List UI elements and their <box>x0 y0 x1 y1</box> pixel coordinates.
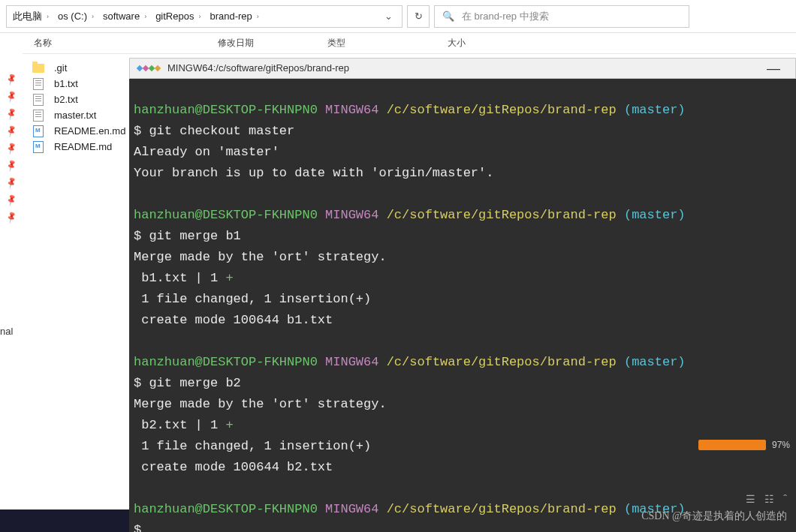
pin-column: 📌 📌 📌 📌 📌 📌 📌 📌 📌 <box>0 33 23 509</box>
search-icon: 🔍 <box>442 11 454 22</box>
view-icon[interactable]: ☷ <box>764 493 774 505</box>
pin-icon[interactable]: 📌 <box>5 193 19 206</box>
col-type[interactable]: 类型 <box>327 37 448 50</box>
md-icon <box>23 141 54 153</box>
pin-icon[interactable]: 📌 <box>5 158 19 172</box>
refresh-button[interactable]: ↻ <box>407 5 430 28</box>
pin-icon[interactable]: 📌 <box>5 176 19 189</box>
pin-icon[interactable]: 📌 <box>5 89 19 103</box>
pin-icon[interactable]: 📌 <box>5 141 19 155</box>
watermark: CSDN @奇迹是执着的人创造的 <box>641 509 787 523</box>
chevron-up-icon[interactable]: ˆ <box>783 493 787 505</box>
breadcrumb-seg[interactable]: 此电脑› <box>10 10 52 23</box>
breadcrumb-seg[interactable]: software› <box>100 11 149 22</box>
col-date[interactable]: 修改日期 <box>218 37 327 50</box>
grid-icon[interactable]: ☰ <box>746 493 755 505</box>
corner-icons: ☰ ☷ ˆ <box>746 493 787 505</box>
column-headers[interactable]: 名称 修改日期 类型 大小 <box>23 33 796 54</box>
mingw-logo-icon <box>137 66 160 71</box>
txt-icon <box>23 94 54 106</box>
terminal-body[interactable]: hanzhuan@DESKTOP-FKHNPN0 MINGW64 /c/soft… <box>129 79 796 532</box>
breadcrumb-dropdown-icon[interactable]: ⌄ <box>378 11 399 22</box>
terminal-titlebar[interactable]: MINGW64:/c/software/gitRepos/brand-rep — <box>129 58 796 79</box>
pin-icon[interactable]: 📌 <box>5 124 19 137</box>
terminal-title: MINGW64:/c/software/gitRepos/brand-rep <box>167 58 349 79</box>
pin-icon[interactable]: 📌 <box>5 72 19 86</box>
terminal-window[interactable]: MINGW64:/c/software/gitRepos/brand-rep —… <box>129 58 796 532</box>
md-icon <box>23 125 54 137</box>
progress-percent: 97% <box>772 440 790 450</box>
col-size[interactable]: 大小 <box>448 37 515 50</box>
folder-icon <box>23 64 54 73</box>
toolbar: 此电脑› os (C:)› software› gitRepos› brand-… <box>0 0 796 33</box>
progress-bar <box>698 440 766 450</box>
search-placeholder: 在 brand-rep 中搜索 <box>462 10 549 23</box>
breadcrumb-seg[interactable]: os (C:)› <box>55 11 97 22</box>
pin-icon[interactable]: 📌 <box>5 107 19 120</box>
txt-icon <box>23 110 54 122</box>
breadcrumb[interactable]: 此电脑› os (C:)› software› gitRepos› brand-… <box>6 5 403 28</box>
progress-indicator: 97% <box>698 440 790 450</box>
breadcrumb-seg[interactable]: brand-rep› <box>207 11 261 22</box>
search-input[interactable]: 🔍 在 brand-rep 中搜索 <box>434 5 689 28</box>
txt-icon <box>23 78 54 90</box>
col-name[interactable]: 名称 <box>23 37 218 50</box>
sidebar-label: nal <box>0 326 21 337</box>
refresh-icon: ↻ <box>415 11 423 22</box>
breadcrumb-seg[interactable]: gitRepos› <box>152 11 204 22</box>
minimize-icon[interactable]: — <box>759 58 788 79</box>
pin-icon[interactable]: 📌 <box>5 210 19 224</box>
